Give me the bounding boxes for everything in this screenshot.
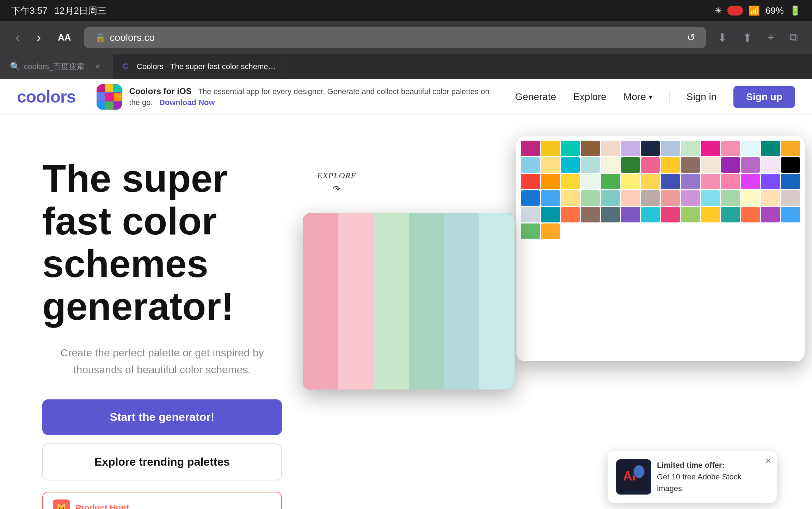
palette-cell [741, 207, 760, 222]
palette-cell [661, 190, 680, 206]
palette-cell [681, 190, 700, 206]
date-display: 12月2日周三 [55, 5, 106, 17]
palette-cell [781, 174, 800, 189]
new-tab-button[interactable]: + [765, 28, 777, 47]
tab-baidu-label: coolors_百度搜索 [24, 61, 84, 72]
palette-cell [581, 174, 600, 189]
ad-toast-text: Limited time offer: Get 10 free Adobe St… [657, 459, 768, 494]
battery-icon: 🔋 [789, 5, 801, 16]
palette-cell [541, 157, 560, 173]
palette-cell [621, 157, 640, 173]
palette-cell [621, 141, 640, 156]
browser-actions: ⬇ ⬆ + ⧉ [715, 28, 801, 47]
reload-button[interactable]: ↺ [687, 32, 695, 43]
palette-cell [621, 207, 640, 222]
browser-chrome: ‹ › AA 🔒 coolors.co ↺ ⬇ ⬆ + ⧉ [0, 21, 812, 54]
download-button[interactable]: ⬇ [715, 28, 730, 47]
palette-cell [581, 207, 600, 222]
nav-divider [669, 91, 670, 103]
palette-cell [521, 207, 540, 222]
palette-grid [518, 138, 803, 242]
reader-button[interactable]: AA [54, 29, 75, 46]
palette-cell [541, 174, 560, 189]
gradient-col-1 [303, 213, 338, 390]
gradient-col-4 [409, 213, 444, 390]
lock-icon: 🔒 [95, 33, 106, 43]
palette-cell [541, 190, 560, 206]
palette-cell [681, 141, 700, 156]
time-display: 下午3:57 [11, 5, 48, 17]
palette-cell [541, 223, 560, 239]
tabs-button[interactable]: ⧉ [787, 28, 801, 47]
product-hunt-label: Product Hunt [75, 503, 129, 509]
palette-cell [721, 207, 740, 222]
palette-cell [561, 157, 580, 173]
generate-nav-link[interactable]: Generate [515, 91, 556, 103]
back-button[interactable]: ‹ [11, 27, 24, 48]
sign-up-button[interactable]: Sign up [733, 86, 795, 108]
explore-annotation: EXPLORE ↷ [317, 171, 356, 195]
ad-toast-body: Get 10 free Adobe Stock images. [657, 472, 742, 493]
palette-cell [561, 190, 580, 206]
logo[interactable]: coolors [17, 87, 75, 106]
product-hunt-icon: 🐱 [53, 499, 70, 509]
start-generator-button[interactable]: Start the generator! [42, 399, 282, 435]
navbar: coolors Coolors for iOS The essential ap… [0, 79, 812, 115]
hero-left: The super fast color schemes generator! … [42, 143, 282, 509]
more-nav-link[interactable]: More ▾ [623, 91, 652, 103]
tab-baidu[interactable]: 🔍 coolors_百度搜索 × [0, 54, 113, 79]
ios-promo-text: Coolors for iOS The essential app for ev… [129, 85, 501, 108]
palette-cell [661, 207, 680, 222]
gradient-palette [303, 213, 515, 390]
palette-cell [561, 207, 580, 222]
palette-cell [641, 174, 660, 189]
hero-subtitle: Create the perfect palette or get inspir… [42, 344, 282, 378]
gradient-col-3 [374, 213, 409, 390]
palette-cell [661, 157, 680, 173]
battery-display: 69% [765, 5, 784, 16]
palette-cell [701, 141, 720, 156]
ios-promo-cta[interactable]: Download Now [159, 98, 215, 107]
explore-palettes-button[interactable]: Explore trending palettes [42, 443, 282, 480]
more-chevron-icon: ▾ [649, 93, 652, 101]
tab-coolors[interactable]: C Coolors - The super fast color schemes… [113, 54, 288, 79]
sign-in-button[interactable]: Sign in [687, 91, 717, 103]
palette-cell [641, 190, 660, 206]
palette-cell [641, 141, 660, 156]
palette-cell [641, 207, 660, 222]
palette-cell [561, 174, 580, 189]
ad-toast-close-button[interactable]: × [765, 455, 771, 466]
palette-cell [601, 157, 620, 173]
palette-cell [661, 141, 680, 156]
explore-nav-link[interactable]: Explore [573, 91, 607, 103]
product-hunt-badge[interactable]: 🐱 Product Hunt [42, 492, 282, 509]
palette-cell [781, 157, 800, 173]
palette-cell [761, 157, 780, 173]
more-nav-label: More [623, 91, 646, 103]
address-bar[interactable]: 🔒 coolors.co ↺ [84, 27, 707, 48]
palette-cell [781, 207, 800, 222]
palette-cell [761, 207, 780, 222]
explore-arrow: ↷ [331, 183, 356, 195]
palette-cell [741, 157, 760, 173]
ios-promo-banner: Coolors for iOS The essential app for ev… [90, 84, 501, 110]
hero-title: The super fast color schemes generator! [42, 157, 282, 327]
palette-cell [581, 157, 600, 173]
palette-cell [581, 141, 600, 156]
palette-cell [601, 141, 620, 156]
forward-button[interactable]: › [32, 27, 45, 48]
brightness-icon: ✳ [715, 6, 722, 16]
gradient-col-2 [338, 213, 374, 390]
tab-baidu-close[interactable]: × [93, 62, 103, 72]
record-icon [727, 6, 743, 16]
status-bar-right: ✳ 📶 69% 🔋 [715, 5, 801, 16]
palette-cell [721, 157, 740, 173]
palette-cell [721, 141, 740, 156]
wifi-icon: 📶 [749, 5, 760, 16]
share-button[interactable]: ⬆ [740, 28, 755, 47]
palette-cell [601, 190, 620, 206]
tab-coolors-label: Coolors - The super fast color schemes g… [137, 62, 278, 71]
promo-icon-grid [97, 84, 122, 110]
gradient-col-5 [444, 213, 479, 390]
palette-cell [741, 141, 760, 156]
